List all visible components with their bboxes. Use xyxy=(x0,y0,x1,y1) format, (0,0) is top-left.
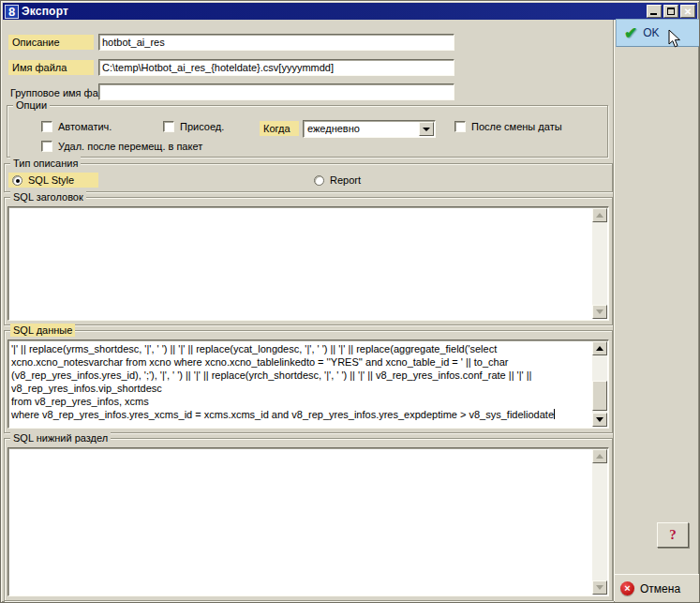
radio-sql-style[interactable]: SQL Style xyxy=(8,173,98,188)
minimize-button[interactable] xyxy=(647,5,662,18)
options-group: Опции Автоматич. Присоед. Когда ежедневн… xyxy=(7,105,608,158)
checkbox-after-date-change-label: После смены даты xyxy=(471,121,562,132)
minimize-icon xyxy=(650,13,657,15)
sql-footer-scrollbar[interactable] xyxy=(592,449,607,595)
checkbox-icon xyxy=(454,121,466,132)
filename-input[interactable]: C:\temp\Hotbot_ai_res_{hoteldate}.csv[yy… xyxy=(98,59,454,76)
when-combobox[interactable]: ежедневно xyxy=(303,120,436,138)
export-dialog: 8 Экспорт ✕ Описание hotbot_ai_res Имя ф… xyxy=(0,0,700,603)
sql-footer-label: SQL нижний раздел xyxy=(10,431,111,445)
sql-data-scrollbar[interactable] xyxy=(592,341,607,427)
sql-footer-textarea[interactable] xyxy=(7,447,609,596)
scroll-down-icon[interactable] xyxy=(592,413,607,427)
radio-report-label: Report xyxy=(330,174,361,186)
help-button[interactable]: ? xyxy=(657,522,689,548)
green-check-icon: ✔ xyxy=(624,25,637,41)
radio-report[interactable]: Report xyxy=(314,174,361,186)
sql-data-label: SQL данные xyxy=(10,324,75,337)
sql-data-textarea[interactable]: '|' || replace(yrms_shortdesc, '|', ' ')… xyxy=(7,339,609,429)
when-combobox-value: ежедневно xyxy=(307,123,416,134)
description-input[interactable]: hotbot_ai_res xyxy=(98,34,454,51)
sql-data-group: SQL данные '|' || replace(yrms_shortdesc… xyxy=(4,330,613,433)
scroll-up-icon[interactable] xyxy=(592,341,607,355)
sql-footer-group: SQL нижний раздел xyxy=(4,438,613,601)
sql-header-label: SQL заголовок xyxy=(10,190,86,204)
checkbox-automatic-label: Автоматич. xyxy=(58,121,112,132)
group-filename-input[interactable] xyxy=(98,83,454,100)
checkbox-delete-after-move[interactable]: Удал. после перемещ. в пакет xyxy=(41,141,202,152)
checkbox-delete-after-move-label: Удал. после перемещ. в пакет xyxy=(58,141,202,152)
sql-header-textarea[interactable] xyxy=(7,206,609,321)
scroll-down-icon[interactable] xyxy=(592,580,607,595)
radio-sql-style-label: SQL Style xyxy=(28,174,74,186)
maximize-button[interactable] xyxy=(663,5,678,18)
close-icon: ✕ xyxy=(681,6,694,17)
cancel-button[interactable]: × Отмена xyxy=(615,574,700,602)
titlebar: 8 Экспорт ✕ xyxy=(3,3,697,20)
sql-data-text: '|' || replace(yrms_shortdesc, '|', ' ')… xyxy=(11,343,554,420)
checkbox-icon xyxy=(163,121,174,132)
checkbox-after-date-change[interactable]: После смены даты xyxy=(454,121,562,132)
fidelio-v8-icon: 8 xyxy=(5,5,19,19)
sql-header-scrollbar[interactable] xyxy=(592,208,607,319)
text-caret xyxy=(554,409,555,419)
checkbox-append-label: Присоед. xyxy=(180,121,224,132)
ok-button-label: OK xyxy=(643,26,659,39)
radio-selected-icon xyxy=(12,175,22,186)
ok-button[interactable]: ✔ OK xyxy=(616,19,700,47)
window-title: Экспорт xyxy=(22,5,68,18)
maximize-icon xyxy=(667,8,675,15)
checkbox-automatic[interactable]: Автоматич. xyxy=(41,121,112,132)
close-button[interactable]: ✕ xyxy=(680,5,695,18)
panel-divider xyxy=(614,20,615,601)
when-label: Когда xyxy=(260,121,299,136)
when-combobox-dropdown-button[interactable] xyxy=(419,122,434,136)
chevron-down-icon xyxy=(423,128,430,131)
checkbox-icon xyxy=(41,121,52,132)
sql-header-text xyxy=(11,209,589,318)
scrollbar-thumb[interactable] xyxy=(592,381,607,411)
scroll-up-icon[interactable] xyxy=(592,449,607,463)
cancel-button-label: Отмена xyxy=(640,582,680,595)
checkbox-icon xyxy=(41,141,52,152)
sql-header-group: SQL заголовок xyxy=(4,197,613,325)
red-question-icon: ? xyxy=(669,527,677,543)
description-label: Описание xyxy=(8,35,94,50)
radio-icon xyxy=(314,175,324,186)
checkbox-append[interactable]: Присоед. xyxy=(163,121,224,132)
scroll-down-icon[interactable] xyxy=(592,305,607,319)
description-type-group: Тип описания SQL Style Report xyxy=(4,163,613,192)
description-type-group-label: Тип описания xyxy=(10,157,81,170)
filename-label: Имя файла xyxy=(8,60,94,75)
options-group-label: Опции xyxy=(13,98,50,112)
red-cross-circle-icon: × xyxy=(620,581,634,595)
scroll-up-icon[interactable] xyxy=(592,208,607,222)
sql-footer-text xyxy=(11,450,589,594)
